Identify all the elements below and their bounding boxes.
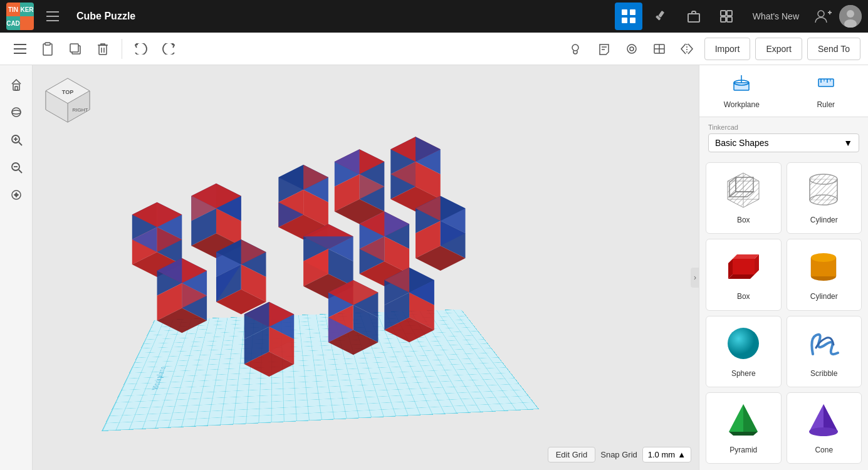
- shape-cone-label: Cone: [815, 446, 833, 454]
- svg-rect-0: [46, 11, 59, 13]
- svg-marker-189: [728, 274, 755, 279]
- mirror-button[interactable]: [674, 36, 699, 61]
- svg-marker-186: [733, 259, 755, 274]
- shapes-source: Tinkercad: [708, 123, 859, 131]
- shape-pyramid-green-preview: [721, 398, 765, 442]
- user-avatar[interactable]: [839, 5, 862, 28]
- grid-view-button[interactable]: [615, 3, 642, 30]
- shape-box-wireframe-preview: [721, 168, 765, 212]
- snap-grid-label: Snap Grid: [600, 450, 637, 459]
- fit-all-button[interactable]: [4, 183, 28, 207]
- svg-rect-39: [13, 84, 19, 90]
- toggle-sidebar-button[interactable]: [8, 36, 33, 61]
- svg-rect-6: [630, 18, 635, 23]
- redo-button[interactable]: [156, 36, 181, 61]
- svg-marker-188: [733, 254, 759, 259]
- shape-cone-purple[interactable]: Cone: [787, 392, 862, 464]
- svg-marker-198: [743, 404, 758, 432]
- shape-cone-preview: [802, 398, 846, 442]
- zoom-in-button[interactable]: [4, 128, 28, 152]
- svg-rect-40: [15, 86, 18, 90]
- workplane-tool-button[interactable]: Workplane: [699, 65, 784, 117]
- shape-cylinder-wireframe[interactable]: Cylinder: [787, 162, 862, 234]
- shape-cylinder-orange-label: Cylinder: [810, 292, 838, 301]
- left-panel: [0, 65, 33, 470]
- ruler-tool-label: Ruler: [817, 100, 835, 109]
- shape-sphere-teal-preview: [721, 321, 765, 365]
- logo-cad: CAD: [6, 16, 20, 30]
- workplane-tool-label: Workplane: [724, 100, 760, 109]
- cube-puzzle-svg: [33, 65, 699, 470]
- svg-point-183: [810, 174, 837, 184]
- delete-button[interactable]: [90, 36, 115, 61]
- svg-point-34: [630, 47, 634, 51]
- shape-box-wireframe[interactable]: Box: [706, 162, 782, 234]
- circle-button[interactable]: [619, 36, 644, 61]
- shapes-header: Tinkercad Basic Shapes ▼: [699, 117, 868, 156]
- ruler-tool-button[interactable]: Ruler: [784, 65, 869, 117]
- svg-rect-26: [70, 44, 78, 52]
- panel-collapse-button[interactable]: ›: [691, 268, 699, 288]
- svg-rect-5: [622, 18, 627, 23]
- align-button[interactable]: [647, 36, 672, 61]
- viewport[interactable]: TOP RIGHT Workplane: [33, 65, 699, 470]
- clipboard-button[interactable]: [35, 36, 60, 61]
- shape-sphere-teal[interactable]: Sphere: [706, 316, 782, 387]
- shape-pyramid-label: Pyramid: [729, 446, 757, 454]
- send-to-button[interactable]: Send To: [807, 38, 860, 60]
- orbit-button[interactable]: [4, 100, 28, 124]
- projects-button[interactable]: [680, 3, 708, 30]
- shape-box-red-preview: [721, 244, 765, 288]
- hint-button[interactable]: [563, 36, 588, 61]
- whats-new-button[interactable]: What's New: [745, 3, 807, 30]
- add-user-button[interactable]: [812, 5, 834, 28]
- build-button[interactable]: [647, 3, 675, 30]
- svg-point-30: [572, 44, 578, 51]
- svg-rect-13: [727, 17, 732, 22]
- svg-rect-27: [99, 45, 107, 55]
- export-button[interactable]: Export: [755, 38, 802, 60]
- svg-rect-10: [721, 11, 726, 16]
- shape-box-red[interactable]: Box: [706, 239, 782, 310]
- svg-rect-20: [14, 44, 26, 45]
- shapes-dropdown-chevron: ▼: [844, 138, 852, 148]
- svg-marker-177: [736, 177, 753, 192]
- edit-grid-button[interactable]: Edit Grid: [548, 447, 596, 462]
- svg-rect-9: [688, 14, 699, 22]
- shape-pyramid-green[interactable]: Pyramid: [706, 392, 782, 464]
- notes-button[interactable]: [592, 36, 617, 61]
- shape-cylinder-wireframe-label: Cylinder: [810, 216, 838, 224]
- shapes-category-dropdown[interactable]: Basic Shapes ▼: [708, 133, 859, 152]
- workplane-icon: [731, 73, 751, 97]
- menu-icon[interactable]: [39, 3, 66, 30]
- undo-button[interactable]: [128, 36, 154, 61]
- collaborate-button[interactable]: [713, 3, 740, 30]
- toolbar: Import Export Send To: [0, 33, 868, 65]
- svg-marker-199: [729, 432, 758, 436]
- logo-ker: KER: [20, 3, 34, 16]
- shape-scribble[interactable]: Scribble: [787, 316, 862, 387]
- svg-line-44: [19, 142, 22, 145]
- home-view-button[interactable]: [4, 73, 28, 97]
- shape-box-red-label: Box: [737, 292, 750, 301]
- snap-grid-value[interactable]: 1.0 mm ▲: [642, 447, 691, 462]
- shapes-category-label: Basic Shapes: [715, 138, 769, 148]
- svg-point-202: [809, 427, 838, 436]
- snap-grid-chevron: ▲: [677, 450, 686, 459]
- import-button[interactable]: Import: [704, 38, 751, 60]
- right-panel: Workplane Ruler Tinkercad Basic Sh: [699, 65, 868, 470]
- zoom-out-button[interactable]: [4, 155, 28, 179]
- shape-sphere-label: Sphere: [731, 369, 756, 378]
- shape-cylinder-orange[interactable]: Cylinder: [787, 239, 862, 310]
- shape-cylinder-orange-preview: [802, 244, 846, 288]
- app-logo[interactable]: TIN KER CAD: [6, 3, 34, 30]
- svg-point-18: [847, 10, 854, 18]
- bottom-controls: Edit Grid Snap Grid 1.0 mm ▲: [548, 447, 691, 462]
- duplicate-button[interactable]: [63, 36, 88, 61]
- svg-rect-3: [622, 9, 627, 15]
- svg-point-193: [811, 253, 836, 262]
- svg-rect-2: [46, 20, 59, 21]
- svg-rect-7: [658, 11, 664, 18]
- svg-point-42: [12, 110, 21, 114]
- 3d-scene: Workplane: [33, 65, 699, 470]
